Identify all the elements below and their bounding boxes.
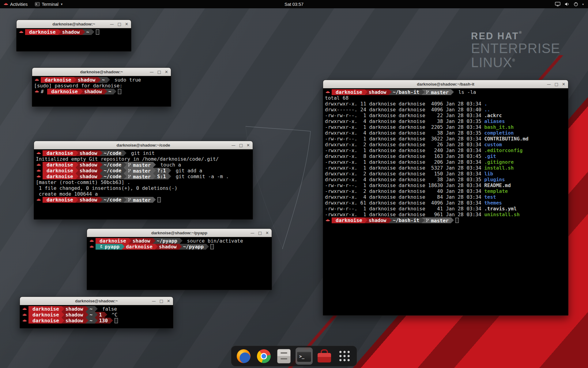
- window-title: darknoise@shadow:~/pyapp: [151, 231, 207, 235]
- prompt-line: darknoiseshadow~/bash-itmaster: [325, 217, 566, 223]
- python-icon: [100, 245, 103, 248]
- terminal-content[interactable]: darknoiseshadow~: [17, 28, 131, 51]
- dock-terminal[interactable]: [296, 347, 313, 365]
- terminal-cursor: [210, 244, 214, 249]
- output-line: drwxrwxr-x. 8 darknoise darknoise 163 Ja…: [325, 153, 566, 159]
- minimize-button[interactable]: —: [152, 299, 156, 303]
- git-branch-icon: [128, 163, 131, 167]
- window-titlebar[interactable]: darknoise@shadow:~ — □ ✕: [20, 297, 173, 305]
- redhat-icon: [326, 218, 330, 222]
- terminal-content[interactable]: darknoiseshadow~/code git initInitialize…: [34, 149, 253, 219]
- volume-icon: [564, 2, 570, 6]
- redhat-icon: [36, 198, 41, 202]
- window-titlebar[interactable]: darknoise@shadow:~/bash-it — □ ✕: [323, 80, 568, 88]
- prompt-segment: ~/pyapp: [153, 238, 180, 244]
- prompt-segment: darknoise: [25, 29, 58, 35]
- app-menu-label: Terminal: [42, 2, 58, 7]
- prompt-line: darknoiseshadow~/codemaster: [36, 197, 251, 203]
- maximize-button[interactable]: □: [157, 70, 161, 74]
- terminal-content[interactable]: darknoiseshadow~ falsedarknoiseshadow~1 …: [20, 305, 173, 328]
- file-name: ..: [484, 107, 490, 113]
- terminal-window: darknoise@shadow:~/code — □ ✕ darknoises…: [34, 141, 253, 220]
- close-button[interactable]: ✕: [167, 299, 170, 303]
- terminal-window: darknoise@shadow:~ — □ ✕ darknoiseshadow…: [20, 297, 173, 328]
- prompt-segment: darknoise: [43, 162, 76, 168]
- prompt-segment: shadow: [74, 77, 98, 83]
- redhat-icon: [89, 245, 94, 249]
- window-title: darknoise@shadow:~: [52, 22, 95, 26]
- prompt-segment: ~/pyapp: [179, 244, 206, 250]
- prompt-segment: darknoise: [28, 306, 62, 312]
- output-line: -rw-rw-r--. 1 darknoise darknoise 41 Jan…: [325, 206, 566, 212]
- redhat-icon: [36, 169, 41, 173]
- output-line: Initialized empty Git repository in /hom…: [36, 156, 251, 162]
- redhat-icon: [36, 151, 41, 155]
- prompt-segment: master: [124, 174, 153, 179]
- redhat-icon: [22, 307, 27, 311]
- window-titlebar[interactable]: darknoise@shadow:~/pyapp — □ ✕: [87, 229, 272, 237]
- file-name: uninstall.sh: [484, 212, 520, 217]
- minimize-button[interactable]: —: [547, 82, 551, 86]
- minimize-button[interactable]: —: [232, 143, 236, 147]
- prompt-segment: shadow: [129, 238, 153, 244]
- terminal-icon: [297, 350, 311, 362]
- file-name: .ackrc: [484, 113, 502, 118]
- chevron-down-icon: ▾: [582, 3, 584, 6]
- output-line: -rwxrwxr-x. 1 darknoise darknoise 2205 J…: [325, 124, 566, 130]
- branding-line1: RED HAT®: [471, 31, 560, 41]
- terminal-icon: [35, 2, 40, 6]
- prompt-line: darknoiseshadow~ false: [22, 306, 171, 312]
- prompt-line: darknoiseshadow~/code git init: [36, 150, 251, 156]
- dock-toolbox[interactable]: [316, 347, 333, 365]
- prompt-segment: shadow: [80, 89, 104, 94]
- output-line: drwxrwxr-x. 2 darknoise darknoise 26 Jan…: [325, 142, 566, 148]
- close-button[interactable]: ✕: [562, 82, 565, 86]
- minimize-button[interactable]: —: [150, 70, 154, 74]
- output-line: drwxrwxr-x. 2 darknoise darknoise 150 Ja…: [325, 171, 566, 177]
- maximize-button[interactable]: □: [160, 299, 163, 303]
- dock-firefox[interactable]: [235, 347, 252, 365]
- top-bar: Activities Terminal ▼ Sat 03:57 ▾: [0, 0, 588, 8]
- output-line: -rwxrwxr-x. 2 darknoise darknoise 40 Jan…: [325, 188, 566, 194]
- terminal-content[interactable]: darknoiseshadow~/bash-itmaster ls -latot…: [323, 88, 568, 315]
- maximize-button[interactable]: □: [258, 231, 262, 235]
- redhat-icon: [89, 239, 94, 243]
- maximize-button[interactable]: □: [118, 22, 121, 26]
- file-name: .editorconfig: [484, 148, 522, 153]
- close-button[interactable]: ✕: [165, 70, 168, 74]
- dock-files[interactable]: [275, 347, 292, 365]
- redhat-icon: [35, 78, 39, 82]
- prompt-segment: darknoise: [41, 77, 74, 83]
- output-line: create mode 100644 a: [36, 191, 251, 197]
- close-button[interactable]: ✕: [266, 231, 269, 235]
- prompt-segment: darknoise: [43, 168, 76, 174]
- dock-app-grid[interactable]: [336, 347, 353, 365]
- clock[interactable]: Sat 03:57: [281, 0, 307, 8]
- window-titlebar[interactable]: darknoise@shadow:~ — □ ✕: [32, 68, 171, 76]
- terminal-content[interactable]: darknoiseshadow~/pyapp source bin/activa…: [87, 237, 272, 290]
- activities-button[interactable]: Activities: [0, 0, 31, 8]
- redhat-branding: RED HAT® ENTERPRISE LINUX®: [471, 31, 560, 70]
- prompt-segment: darknoise: [28, 312, 62, 318]
- prompt-line: # darknoiseshadow~: [34, 89, 169, 94]
- terminal-content[interactable]: darknoiseshadow~ sudo true[sudo] passwor…: [32, 76, 171, 106]
- redhat-icon: [36, 174, 41, 178]
- terminal-cursor: [96, 29, 99, 35]
- maximize-button[interactable]: □: [239, 143, 243, 147]
- minimize-button[interactable]: —: [110, 22, 114, 26]
- dock-chrome[interactable]: [255, 347, 272, 365]
- git-branch-icon: [426, 90, 429, 94]
- dock: [231, 346, 357, 366]
- window-title: darknoise@shadow:~: [75, 299, 118, 303]
- app-menu[interactable]: Terminal ▼: [31, 0, 67, 8]
- close-button[interactable]: ✕: [247, 143, 250, 147]
- window-titlebar[interactable]: darknoise@shadow:~ — □ ✕: [17, 20, 131, 28]
- file-name: README.md: [484, 182, 511, 188]
- prompt-line: darknoiseshadow~/bash-itmaster ls -la: [325, 89, 566, 95]
- maximize-button[interactable]: □: [555, 82, 558, 86]
- window-titlebar[interactable]: darknoise@shadow:~/code — □ ✕: [34, 141, 253, 149]
- system-menu[interactable]: ▾: [552, 0, 587, 8]
- close-button[interactable]: ✕: [125, 22, 128, 26]
- prompt-line: darknoiseshadow~ sudo true: [34, 77, 169, 83]
- minimize-button[interactable]: —: [251, 231, 254, 235]
